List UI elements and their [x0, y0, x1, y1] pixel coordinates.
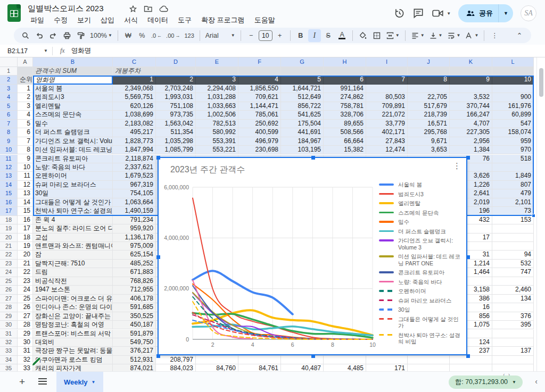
- row-header-35[interactable]: 35: [0, 364, 18, 371]
- cell-value[interactable]: 221,072: [366, 111, 408, 119]
- name-box[interactable]: B2:L17▼: [0, 47, 52, 55]
- cell-value[interactable]: 511,354: [156, 128, 196, 137]
- chart-resize-handle-6[interactable]: [311, 354, 315, 358]
- cell-movie-name[interactable]: 스파이더맨: 어크로스 더 유니버스: [33, 295, 113, 303]
- cell-value[interactable]: 153: [492, 216, 534, 224]
- cell-value[interactable]: [408, 356, 450, 364]
- cell-value[interactable]: [492, 303, 534, 312]
- chart-resize-handle-5[interactable]: [156, 354, 160, 358]
- cell-value[interactable]: [366, 85, 408, 93]
- row-header-23[interactable]: 23: [0, 260, 18, 268]
- cell-value[interactable]: 580,992: [196, 128, 238, 137]
- cell-week-2[interactable]: 2: [156, 76, 196, 84]
- cell-value[interactable]: 1,002,506: [196, 111, 238, 119]
- row-header-10[interactable]: 10: [0, 146, 18, 154]
- cell-rank[interactable]: 27: [18, 312, 33, 321]
- cell[interactable]: [196, 67, 238, 76]
- cell-value[interactable]: 1,038,699: [113, 111, 156, 119]
- cell-value[interactable]: [408, 364, 450, 371]
- avatar[interactable]: SA: [521, 5, 536, 21]
- cell-value[interactable]: [238, 356, 281, 364]
- menu-item-8[interactable]: 도움말: [251, 14, 279, 26]
- column-header-K[interactable]: K: [450, 57, 492, 67]
- cell-value[interactable]: 171: [366, 364, 408, 371]
- cell-value[interactable]: [492, 277, 534, 286]
- cell-value[interactable]: 856,722: [281, 102, 324, 111]
- menu-item-5[interactable]: 데이터: [144, 14, 172, 26]
- row-header-8[interactable]: 8: [0, 128, 18, 137]
- row-header-19[interactable]: 19: [0, 224, 18, 233]
- row-header-12[interactable]: 12: [0, 163, 18, 172]
- cell-movie-name[interactable]: 그대들은 어떻게 살 것인가: [33, 198, 113, 207]
- vertical-align-icon[interactable]: ▼: [427, 29, 444, 42]
- spreadsheet-grid[interactable]: ABCDEFGHIJKL1관객수의 SUM개봉주차2순위123456789103…: [0, 57, 536, 371]
- row-header-9[interactable]: 9: [0, 137, 18, 146]
- cell-rank[interactable]: 18: [18, 233, 33, 242]
- cell-movie-name[interactable]: 대외비: [33, 338, 113, 347]
- cell-value[interactable]: 541,625: [281, 111, 324, 119]
- font-select[interactable]: Arial▼: [204, 29, 237, 42]
- cell-value[interactable]: [492, 242, 534, 251]
- cell-value[interactable]: 134: [492, 295, 534, 303]
- cell-value[interactable]: [281, 356, 324, 364]
- more-formats-button[interactable]: 123: [183, 29, 195, 42]
- cell-value[interactable]: 33,779: [366, 120, 408, 128]
- cell-value[interactable]: 884,023: [156, 364, 196, 371]
- sheet-tab-weekly[interactable]: Weekly▼: [56, 372, 103, 392]
- cell-value[interactable]: 137: [492, 347, 534, 355]
- paint-format-icon[interactable]: [75, 29, 87, 42]
- cell-rank[interactable]: 17: [18, 224, 33, 233]
- cell-movie-name[interactable]: 서울의 봄: [33, 85, 113, 93]
- cell-value[interactable]: 84,760: [196, 364, 238, 371]
- borders-icon[interactable]: [370, 29, 383, 42]
- cell-value[interactable]: 2,460: [492, 286, 534, 294]
- chart-resize-handle-7[interactable]: [466, 354, 470, 358]
- row-header-14[interactable]: 14: [0, 181, 18, 189]
- cell-movie-name[interactable]: 가디언즈 오브 갤럭시: Volume 3: [33, 137, 113, 146]
- chart-resize-handle-2[interactable]: [466, 156, 470, 160]
- row-header-28[interactable]: 28: [0, 303, 18, 312]
- cell-rank[interactable]: 8: [18, 146, 33, 154]
- cell-rank[interactable]: 21: [18, 260, 33, 268]
- cell-value[interactable]: 175,504: [281, 120, 324, 128]
- cell-rank[interactable]: 1: [18, 85, 33, 93]
- cell-movie-name[interactable]: 콘크리트 유토피아: [33, 155, 113, 163]
- row-header-29[interactable]: 29: [0, 312, 18, 321]
- cell-rank[interactable]: 10: [18, 163, 33, 172]
- cell-value[interactable]: 158,074: [492, 128, 534, 137]
- cell-rank[interactable]: 2: [18, 93, 33, 102]
- cell-value[interactable]: 27,843: [366, 137, 408, 146]
- cell-value[interactable]: 1,136,178: [113, 233, 156, 242]
- cell-rank[interactable]: 12: [18, 181, 33, 189]
- cell-movie-name[interactable]: 30일: [33, 189, 113, 198]
- cell-value[interactable]: 591,879: [113, 330, 156, 338]
- cell-week-5[interactable]: 5: [281, 76, 324, 84]
- select-all-corner[interactable]: [0, 57, 18, 67]
- cell-value[interactable]: 517,679: [408, 102, 450, 111]
- cell-value[interactable]: 671,883: [113, 268, 156, 277]
- cell[interactable]: [324, 67, 366, 76]
- cell-rank[interactable]: 31: [18, 347, 33, 355]
- cell-value[interactable]: [492, 163, 534, 172]
- cell-rank[interactable]: 16: [18, 216, 33, 224]
- row-header-16[interactable]: 16: [0, 198, 18, 207]
- cell-movie-name[interactable]: 장화신은 고양이: 끝내주는 모험: [33, 312, 113, 321]
- cell-rank[interactable]: 19: [18, 242, 33, 251]
- cell-value[interactable]: 991,164: [324, 85, 366, 93]
- cell[interactable]: [408, 67, 450, 76]
- fill-handle[interactable]: [532, 214, 535, 218]
- cell-value[interactable]: 591,685: [113, 303, 156, 312]
- vertical-scrollbar[interactable]: [536, 57, 545, 371]
- redo-icon[interactable]: [47, 29, 60, 42]
- meet-video-icon[interactable]: [432, 7, 444, 19]
- cell-value[interactable]: 250,692: [238, 120, 281, 128]
- cell-value[interactable]: 479: [492, 189, 534, 198]
- cell-value[interactable]: 2,294,408: [196, 85, 238, 93]
- row-header-3[interactable]: 3: [0, 85, 18, 93]
- cell-rank[interactable]: 3: [18, 102, 33, 111]
- cell-week-10[interactable]: 10: [492, 76, 534, 84]
- row-header-5[interactable]: 5: [0, 102, 18, 111]
- cell-value[interactable]: [196, 356, 238, 364]
- cell-rank[interactable]: 11: [18, 172, 33, 180]
- cell-movie-name[interactable]: 천박사 퇴마 연구소: 설경의 비밀: [33, 207, 113, 215]
